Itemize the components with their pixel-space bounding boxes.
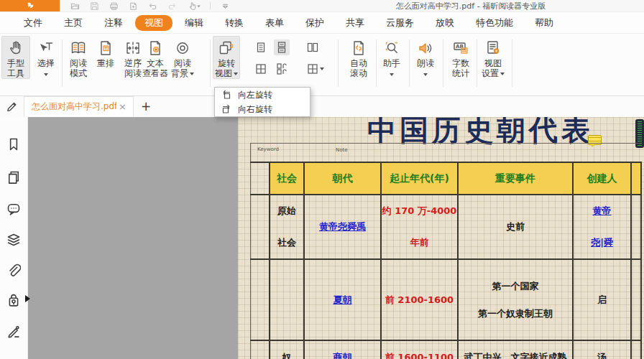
menu-comment[interactable]: 注释: [93, 15, 134, 31]
header-society: 社会: [270, 163, 305, 194]
quad-page-view-button[interactable]: [253, 61, 269, 77]
menu-bar: 文件 主页 注释 视图 编辑 转换 表单 保护 共享 云服务 放映 特色功能 帮…: [0, 12, 644, 34]
document-tab-label: 怎么面对高中学习.pdf: [32, 101, 116, 113]
comments-panel-icon[interactable]: [6, 202, 21, 216]
select-cursor-icon: [37, 38, 55, 58]
pages-panel-icon[interactable]: [6, 170, 21, 185]
reading-background-label-2: 背景: [171, 68, 188, 78]
touch-mode-icon[interactable]: [186, 1, 201, 11]
rotate-view-caret-icon: [234, 73, 238, 75]
menu-edit[interactable]: 编辑: [174, 15, 214, 31]
header-years: 起止年代(年): [382, 163, 459, 194]
add-tab-icon[interactable]: +: [141, 98, 151, 114]
clipped-cell: [632, 260, 642, 340]
attachments-panel-icon[interactable]: [6, 264, 21, 278]
rotate-left-menu-item[interactable]: 向左旋转: [215, 88, 310, 102]
security-panel-icon[interactable]: [6, 294, 21, 308]
cell-years: 约 170 万-4000 年前: [382, 195, 459, 258]
undo-icon[interactable]: [147, 1, 157, 11]
auto-scroll-button[interactable]: 自动滚动: [346, 36, 372, 78]
document-tab[interactable]: 怎么面对高中学习.pdf ×: [24, 96, 134, 116]
continuous-view-button[interactable]: [274, 39, 290, 55]
print-icon[interactable]: [109, 1, 119, 11]
menu-file[interactable]: 文件: [13, 15, 53, 31]
read-mode-button[interactable]: 阅读模式: [64, 36, 93, 78]
note-label: Note: [336, 147, 348, 153]
save-icon[interactable]: [89, 1, 99, 11]
text-viewer-icon: [147, 38, 164, 58]
facing-view-button[interactable]: [305, 39, 321, 55]
annotate-pencil-icon[interactable]: [6, 100, 19, 116]
menu-home[interactable]: 主页: [53, 15, 93, 31]
view-ribbon-toolbar: 手型工具 选择 阅读模式 重排 逆序阅读: [0, 34, 644, 96]
svg-text:AB: AB: [456, 44, 464, 50]
read-aloud-button[interactable]: 朗读: [414, 36, 437, 78]
keyword-label: Keyword: [257, 146, 279, 152]
open-file-icon[interactable]: [70, 1, 80, 11]
close-tab-icon[interactable]: ×: [116, 102, 129, 111]
single-page-view-button[interactable]: [253, 39, 269, 55]
view-settings-button[interactable]: 视图设置: [480, 36, 506, 78]
sidebar-expand-arrow[interactable]: [25, 295, 30, 302]
word-count-button[interactable]: AB 字数统计: [448, 36, 474, 78]
assistant-button[interactable]: 助手: [380, 36, 403, 78]
rotate-right-menu-item[interactable]: 向右旋转: [215, 102, 310, 116]
cell-founder: 汤: [574, 341, 632, 359]
select-tool-button[interactable]: 选择: [32, 36, 60, 78]
founder-link-2[interactable]: 尧|舜: [591, 236, 613, 249]
pdf-page[interactable]: 中国历史朝代表 Keyword Note 社会 朝代 起止年代(年) 重要事件: [238, 117, 644, 359]
founder-link-1[interactable]: 黄帝: [593, 205, 612, 218]
menu-convert[interactable]: 转换: [214, 15, 254, 31]
toolbar-separator: [62, 39, 63, 87]
select-caret-icon: [44, 73, 48, 76]
dynasty-link[interactable]: 黄帝尧舜禹: [319, 220, 366, 233]
menu-view[interactable]: 视图: [135, 15, 172, 31]
split-view-icon: [307, 63, 318, 75]
auto-scroll-label-1: 自动: [350, 58, 367, 68]
layers-panel-icon[interactable]: [6, 233, 21, 247]
navigation-sidebar: [0, 117, 28, 359]
pdf-document-title: 中国历史朝代表: [346, 117, 615, 150]
view-settings-label-1: 视图: [484, 58, 502, 68]
redo-icon[interactable]: [167, 1, 177, 11]
hand-tool-button[interactable]: 手型工具: [1, 36, 30, 79]
menu-slideshow[interactable]: 放映: [425, 15, 465, 31]
eye-icon: [174, 38, 191, 58]
hand-tool-label-2: 工具: [7, 68, 24, 78]
menu-cloud[interactable]: 云服务: [375, 15, 425, 31]
menu-share[interactable]: 共享: [335, 15, 375, 31]
page-layout-more-button[interactable]: [305, 61, 326, 77]
export-icon[interactable]: [128, 1, 138, 11]
event-line-1: 武丁中兴，文字接近成熟: [464, 351, 567, 359]
cell-dynasty: 夏朝: [305, 260, 382, 340]
menu-help[interactable]: 帮助: [524, 15, 564, 31]
menu-protect[interactable]: 保护: [295, 15, 335, 31]
document-viewer[interactable]: 中国历史朝代表 Keyword Note 社会 朝代 起止年代(年) 重要事件: [28, 117, 644, 359]
signature-panel-icon[interactable]: [6, 324, 21, 338]
years-line-1: 前 1600-1100: [385, 351, 454, 359]
menu-features[interactable]: 特色功能: [465, 15, 524, 31]
rotate-view-button[interactable]: 旋转视图: [213, 36, 240, 79]
clipped-cell: [632, 341, 642, 359]
reflow-label: 重排: [97, 58, 114, 68]
sticky-note-tail: [590, 144, 594, 147]
menu-form[interactable]: 表单: [254, 15, 295, 31]
text-viewer-button[interactable]: 文本查看器: [141, 36, 170, 78]
bookmarks-panel-icon[interactable]: [6, 137, 21, 151]
toolbar-separator: [512, 39, 512, 87]
collapse-toolbar-icon[interactable]: [220, 1, 230, 11]
reading-background-button[interactable]: 阅读背景: [170, 36, 196, 78]
founder-line-1: 启: [597, 294, 607, 307]
years-line-1: 约 170 万-4000: [382, 205, 457, 218]
quad-pages-icon: [255, 63, 267, 75]
facing-continuous-view-button[interactable]: [274, 61, 290, 77]
reflow-button[interactable]: 重排: [93, 36, 118, 68]
dynasty-link[interactable]: 夏朝: [334, 294, 352, 307]
dynasty-link[interactable]: 商朝: [334, 351, 352, 359]
years-line-1: 前 2100-1600: [385, 294, 454, 307]
toolbar-separator: [376, 39, 377, 87]
table-row: 夏朝 前 2100-1600 第一个国家 第一个奴隶制王朝 启: [250, 260, 642, 341]
rotate-view-label-2: 视图: [215, 68, 232, 78]
rotate-view-label-1: 旋转: [218, 58, 235, 68]
society-line-2: 社会: [277, 236, 296, 249]
